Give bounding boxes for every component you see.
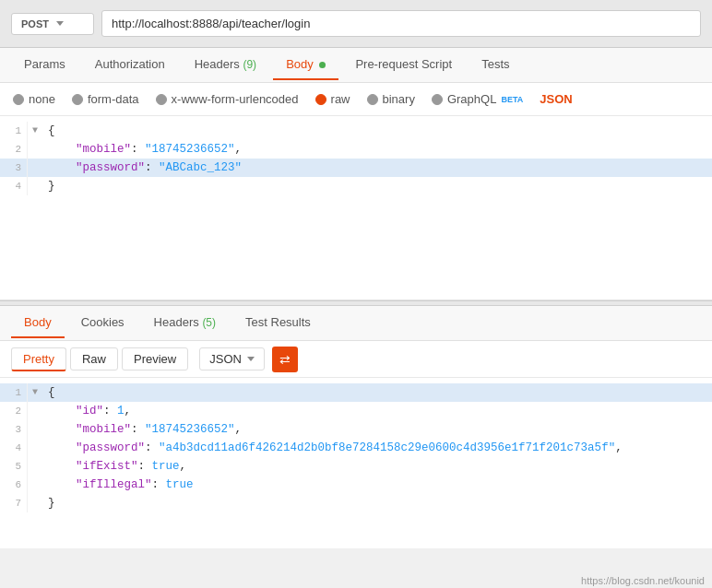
line-toggle (28, 494, 42, 512)
line-content: "ifExist": true, (42, 457, 712, 476)
tab-params[interactable]: Params (11, 50, 78, 80)
radio-form-data[interactable]: form-data (72, 92, 139, 106)
tab-body[interactable]: Body (273, 50, 338, 80)
pretty-button[interactable]: Pretty (11, 347, 66, 371)
line-number: 3 (0, 420, 28, 439)
tab-headers[interactable]: Headers (9) (182, 50, 269, 80)
radio-none-circle (13, 94, 24, 105)
line-number: 2 (0, 140, 28, 159)
table-row: 4 "password": "a4b3dcd11ad6f426214d2b0bf… (0, 439, 712, 457)
line-content: } (42, 494, 712, 512)
line-content: "password": "a4b3dcd11ad6f426214d2b0bf8e… (42, 439, 712, 457)
line-toggle (28, 159, 42, 177)
line-toggle (28, 420, 42, 439)
line-toggle (28, 476, 42, 494)
footer-url: https://blog.csdn.net/kounid (574, 573, 712, 588)
format-dropdown[interactable]: JSON (199, 347, 265, 370)
radio-graphql-circle (432, 94, 443, 105)
radio-x-www-circle (156, 94, 167, 105)
response-tab-headers[interactable]: Headers (5) (141, 308, 229, 338)
body-options-row: none form-data x-www-form-urlencoded raw… (0, 83, 712, 116)
radio-x-www[interactable]: x-www-form-urlencoded (156, 92, 299, 106)
line-toggle (28, 439, 42, 457)
method-chevron-icon (56, 21, 64, 26)
format-dropdown-chevron-icon (247, 357, 255, 361)
response-headers-badge: (5) (202, 316, 216, 329)
line-content: } (42, 177, 712, 195)
line-content: "mobile": "18745236652", (42, 420, 712, 439)
wrap-icon[interactable]: ⇄ (272, 347, 298, 372)
line-content: { (42, 122, 712, 140)
line-number: 1 (0, 122, 28, 140)
tab-tests[interactable]: Tests (469, 50, 522, 80)
line-number: 6 (0, 476, 28, 494)
response-tab-cookies[interactable]: Cookies (68, 308, 137, 338)
table-row: 5 "ifExist": true, (0, 457, 712, 476)
line-toggle: ▼ (28, 122, 42, 140)
radio-graphql[interactable]: GraphQL BETA (432, 92, 523, 106)
line-number: 2 (0, 402, 28, 420)
table-row: 2 "id": 1, (0, 402, 712, 420)
raw-button[interactable]: Raw (70, 347, 118, 370)
url-input[interactable] (101, 10, 701, 37)
line-content: "mobile": "18745236652", (42, 140, 712, 159)
table-row: 1 ▼ { (0, 383, 712, 402)
request-tabs-bar: Params Authorization Headers (9) Body Pr… (0, 48, 712, 83)
line-number: 1 (0, 383, 28, 402)
response-code-editor[interactable]: 1 ▼ { 2 "id": 1, 3 "mobile": "1874523665… (0, 378, 712, 548)
tab-authorization[interactable]: Authorization (82, 50, 178, 80)
response-tab-body[interactable]: Body (11, 308, 65, 338)
line-toggle (28, 177, 42, 195)
radio-binary-circle (367, 94, 378, 105)
preview-button[interactable]: Preview (122, 347, 188, 370)
radio-raw[interactable]: raw (315, 92, 350, 106)
response-tab-test-results[interactable]: Test Results (232, 308, 324, 338)
line-number: 7 (0, 494, 28, 512)
line-toggle (28, 140, 42, 159)
headers-badge: (9) (243, 58, 256, 71)
response-toolbar: Pretty Raw Preview JSON ⇄ (0, 341, 712, 378)
radio-binary[interactable]: binary (367, 92, 415, 106)
url-bar: POST (0, 0, 712, 48)
line-content: "id": 1, (42, 402, 712, 420)
beta-badge: BETA (501, 95, 523, 104)
table-row: 3 "mobile": "18745236652", (0, 420, 712, 439)
body-dot-icon (319, 62, 326, 68)
method-label: POST (21, 18, 49, 29)
radio-none[interactable]: none (13, 92, 55, 106)
table-row: 3 "password": "ABCabc_123" (0, 159, 712, 177)
json-format-label: JSON (540, 92, 572, 106)
line-content: { (42, 383, 712, 402)
line-content: "ifIllegal": true (42, 476, 712, 494)
table-row: 1 ▼ { (0, 122, 712, 140)
radio-form-data-circle (72, 94, 83, 105)
table-row: 7 } (0, 494, 712, 512)
line-number: 5 (0, 457, 28, 476)
table-row: 4 } (0, 177, 712, 195)
format-dropdown-label: JSON (209, 352, 242, 366)
line-content: "password": "ABCabc_123" (42, 159, 712, 177)
tab-pre-request[interactable]: Pre-request Script (342, 50, 465, 80)
line-toggle: ▼ (28, 383, 42, 402)
request-code-editor[interactable]: 1 ▼ { 2 "mobile": "18745236652", 3 "pass… (0, 116, 712, 300)
method-select[interactable]: POST (11, 13, 94, 35)
line-number: 3 (0, 159, 28, 177)
radio-raw-circle (315, 94, 326, 105)
response-tabs-bar: Body Cookies Headers (5) Test Results (0, 306, 712, 341)
table-row: 6 "ifIllegal": true (0, 476, 712, 494)
line-number: 4 (0, 439, 28, 457)
line-toggle (28, 402, 42, 420)
line-toggle (28, 457, 42, 476)
table-row: 2 "mobile": "18745236652", (0, 140, 712, 159)
line-number: 4 (0, 177, 28, 195)
